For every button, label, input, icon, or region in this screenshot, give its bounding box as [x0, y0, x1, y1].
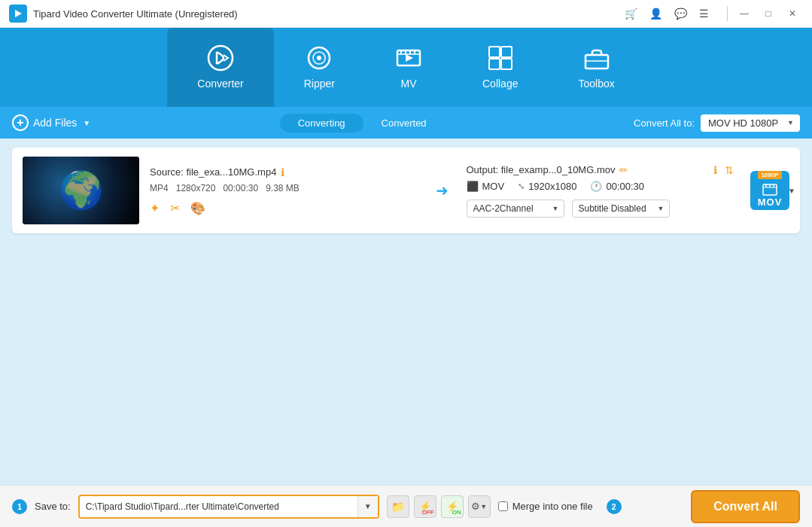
save-path-wrapper: ▼	[78, 495, 379, 519]
output-duration-text: 00:00:30	[606, 181, 644, 192]
output-info-icon[interactable]: ℹ	[713, 164, 717, 176]
folder-browse-button[interactable]: 📁	[387, 495, 409, 518]
thumbnail-image	[23, 157, 139, 224]
bottom-bar: 1 Save to: ▼ 📁 ⚡ OFF ⚡ ON ⚙ ▼ Merge into…	[0, 485, 812, 527]
title-bar: Tipard Video Converter Ultimate (Unregis…	[0, 0, 812, 28]
toolbar-tab-group: Converting Converted	[90, 114, 634, 133]
svg-rect-14	[501, 59, 512, 69]
file-format: MP4	[150, 183, 169, 193]
convert-all-button[interactable]: Convert All	[691, 490, 800, 523]
converting-tab[interactable]: Converting	[280, 114, 363, 133]
output-text: Output: file_examp...0_10MG.mov	[467, 164, 616, 175]
tab-converter[interactable]: Converter	[167, 28, 273, 107]
svg-marker-0	[15, 10, 22, 17]
save-path-input[interactable]	[80, 498, 357, 515]
enhance-button[interactable]: ✦	[150, 201, 160, 215]
add-files-dropdown-icon[interactable]: ▼	[83, 119, 90, 127]
tab-toolbox-label: Toolbox	[578, 78, 614, 90]
arrow-right-icon: ➜	[436, 181, 449, 200]
app-logo	[9, 5, 27, 23]
merge-label[interactable]: Merge into one file	[512, 501, 593, 512]
file-thumbnail	[23, 157, 139, 224]
duration-icon: 🕐	[590, 181, 602, 192]
plus-icon: +	[12, 114, 29, 131]
edit-output-icon[interactable]: ✏	[619, 164, 628, 176]
output-duration-badge: 🕐 00:00:30	[590, 181, 644, 192]
tab-mv[interactable]: MV	[365, 28, 452, 107]
tab-ripper[interactable]: Ripper	[274, 28, 365, 107]
tab-collage[interactable]: Collage	[452, 28, 548, 107]
resolution-icon: ⤡	[518, 181, 525, 191]
support-icon[interactable]: 💬	[674, 8, 687, 20]
svg-rect-15	[585, 55, 608, 69]
file-size: 9.38 MB	[266, 183, 300, 193]
flash-off-button[interactable]: ⚡ OFF	[414, 495, 436, 518]
window-controls: — □ ✕	[734, 3, 803, 24]
source-info-icon[interactable]: ℹ	[281, 166, 284, 178]
svg-rect-11	[489, 47, 500, 57]
save-path-dropdown-button[interactable]: ▼	[357, 496, 378, 517]
output-format-text: MOV	[482, 181, 505, 192]
file-meta: MP4 1280x720 00:00:30 9.38 MB	[150, 183, 418, 193]
effects-button[interactable]: 🎨	[190, 201, 205, 215]
output-dropdowns: AAC-2Channel Subtitle Disabled	[467, 200, 734, 218]
format-badge[interactable]: 1080P MOV	[750, 171, 789, 210]
settings-button[interactable]: ⚙ ▼	[468, 495, 491, 518]
save-to-label: Save to:	[35, 501, 71, 512]
title-bar-icon-group: 🛒 👤 💬 ☰	[625, 8, 709, 20]
output-format-badge: ⬛ MOV	[467, 181, 505, 192]
format-badge-top: 1080P	[758, 171, 781, 179]
flash-on-button[interactable]: ⚡ ON	[441, 495, 464, 518]
file-card: Source: file_exa...10MG.mp4 ℹ MP4 1280x7…	[12, 148, 800, 233]
svg-rect-13	[489, 59, 500, 69]
output-badges: ⬛ MOV ⤡ 1920x1080 🕐 00:00:30	[467, 181, 734, 192]
user-icon[interactable]: 👤	[649, 8, 662, 20]
output-info: Output: file_examp...0_10MG.mov ✏ ℹ ⇅ ⬛ …	[467, 164, 734, 218]
format-badge-expand-icon[interactable]: ▼	[788, 187, 795, 195]
file-resolution: 1280x720	[176, 183, 216, 193]
tab-mv-label: MV	[400, 78, 416, 90]
format-icon: ⬛	[467, 181, 479, 192]
add-files-label: Add Files	[33, 117, 77, 129]
main-content: Source: file_exa...10MG.mp4 ℹ MP4 1280x7…	[0, 139, 812, 485]
minimize-button[interactable]: —	[734, 3, 755, 24]
output-source-row: Output: file_examp...0_10MG.mov ✏ ℹ ⇅	[467, 164, 734, 176]
tab-converter-label: Converter	[197, 78, 243, 90]
file-info-left: Source: file_exa...10MG.mp4 ℹ MP4 1280x7…	[150, 166, 418, 215]
tab-collage-label: Collage	[482, 78, 518, 90]
format-dropdown[interactable]: MOV HD 1080P	[701, 114, 800, 132]
svg-point-3	[317, 56, 321, 60]
subtitle-wrapper: Subtitle Disabled	[572, 200, 670, 218]
cut-button[interactable]: ✂	[170, 201, 180, 215]
convert-all-to-label: Convert All to:	[634, 117, 695, 129]
tab-toolbox[interactable]: Toolbox	[548, 28, 644, 107]
file-duration: 00:00:30	[223, 183, 258, 193]
maximize-button[interactable]: □	[758, 3, 779, 24]
cart-icon[interactable]: 🛒	[625, 8, 637, 20]
app-title: Tipard Video Converter Ultimate (Unregis…	[33, 8, 625, 20]
step-number-2: 2	[607, 499, 622, 514]
menu-icon[interactable]: ☰	[699, 8, 709, 20]
svg-rect-12	[501, 47, 512, 57]
subtitle-dropdown[interactable]: Subtitle Disabled	[572, 200, 670, 218]
output-settings-icon[interactable]: ⇅	[725, 164, 734, 176]
file-source-row: Source: file_exa...10MG.mp4 ℹ	[150, 166, 418, 178]
separator	[727, 6, 728, 21]
tab-ripper-label: Ripper	[304, 78, 335, 90]
step-number-1: 1	[12, 499, 27, 514]
format-badge-main: MOV	[758, 196, 783, 208]
add-files-button[interactable]: + Add Files ▼	[12, 114, 90, 131]
merge-checkbox-group: Merge into one file	[498, 501, 593, 512]
source-text: Source: file_exa...10MG.mp4	[150, 166, 276, 178]
output-resolution-badge: ⤡ 1920x1080	[518, 181, 576, 192]
format-dropdown-wrapper: MOV HD 1080P	[701, 114, 800, 132]
toolbar: + Add Files ▼ Converting Converted Conve…	[0, 107, 812, 139]
audio-track-wrapper: AAC-2Channel	[467, 200, 564, 218]
close-button[interactable]: ✕	[782, 3, 803, 24]
merge-checkbox[interactable]	[498, 501, 508, 511]
audio-track-dropdown[interactable]: AAC-2Channel	[467, 200, 564, 218]
nav-tabs: Converter Ripper MV	[0, 28, 812, 107]
toolbar-right: Convert All to: MOV HD 1080P	[634, 114, 800, 132]
bottom-icon-buttons: 📁 ⚡ OFF ⚡ ON ⚙ ▼	[387, 495, 491, 518]
converted-tab[interactable]: Converted	[363, 114, 445, 133]
